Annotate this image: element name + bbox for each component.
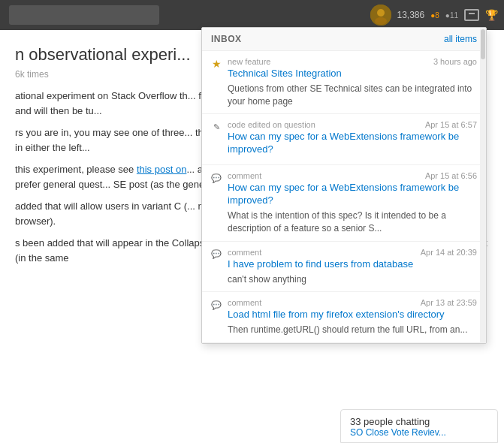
inbox-item-meta: comment Apr 13 at 23:59: [228, 298, 477, 307]
search-box[interactable]: [9, 5, 159, 25]
inbox-item-snippet: What is the intention of this spec? Is i…: [228, 209, 477, 235]
inbox-item[interactable]: ★ new feature 3 hours ago Technical Site…: [202, 51, 486, 114]
comment-icon: 💬: [211, 300, 222, 310]
inbox-icon[interactable]: [464, 9, 479, 21]
inbox-item-snippet: Then runtime.getURL() should return the …: [228, 324, 477, 336]
inbox-item-tag: new feature: [228, 57, 270, 66]
inbox-item-meta: comment Apr 15 at 6:56: [228, 171, 477, 180]
inbox-header: INBOX all items: [202, 28, 486, 51]
inbox-item-tag: comment: [228, 171, 261, 180]
inbox-item[interactable]: 💬 comment Apr 15 at 6:56 How can my spec…: [202, 165, 486, 241]
inbox-item-meta: code edited on question Apr 15 at 6:57: [228, 120, 477, 129]
inbox-item-snippet: Quetions from other SE Technical sites c…: [228, 83, 477, 108]
inbox-item-time: Apr 15 at 6:57: [425, 120, 477, 129]
chat-box[interactable]: 33 people chatting SO Close Vote Reviev.…: [340, 409, 498, 443]
inbox-item[interactable]: ✎ code edited on question Apr 15 at 6:57…: [202, 114, 486, 165]
inbox-item-content: comment Apr 15 at 6:56 How can my spec f…: [228, 171, 477, 234]
inbox-item-title[interactable]: I have problem to find users from databa…: [228, 258, 477, 271]
inbox-item-content: new feature 3 hours ago Technical Sites …: [228, 57, 477, 107]
inbox-item-meta: comment Apr 14 at 20:39: [228, 248, 477, 257]
comment-icon: 💬: [211, 249, 222, 260]
inbox-item-tag: comment: [228, 248, 261, 257]
top-bar-right: 13,386 ●8 ●11 🏆: [370, 5, 498, 26]
inbox-item[interactable]: 💬 comment Apr 13 at 23:59 Load html file…: [202, 292, 486, 343]
rep-score: 13,386: [397, 10, 425, 20]
inbox-title: INBOX: [211, 34, 242, 44]
inbox-item-content: comment Apr 14 at 20:39 I have problem t…: [228, 248, 477, 286]
inbox-item-title[interactable]: How can my spec for a WebExtensions fram…: [228, 131, 477, 156]
inbox-item-time: Apr 14 at 20:39: [421, 248, 477, 257]
svg-point-1: [377, 9, 385, 17]
inbox-item-tag: code edited on question: [228, 120, 315, 129]
inbox-item-title[interactable]: Technical Sites Integration: [228, 68, 477, 80]
inbox-dropdown: INBOX all items ★ new feature 3 hours ag…: [201, 27, 487, 344]
comment-icon: 💬: [211, 173, 222, 183]
inbox-item-tag: comment: [228, 298, 261, 307]
chat-sub: SO Close Vote Reviev...: [350, 427, 488, 438]
inbox-all-items-link[interactable]: all items: [444, 34, 477, 44]
avatar[interactable]: [370, 5, 391, 26]
pencil-icon: ✎: [211, 122, 222, 132]
dot-gray: ●11: [445, 11, 458, 20]
inbox-scrollbar-thumb[interactable]: [481, 29, 485, 59]
trophy-icon[interactable]: 🏆: [485, 9, 498, 21]
inbox-item-content: code edited on question Apr 15 at 6:57 H…: [228, 120, 477, 158]
inbox-item-time: Apr 13 at 23:59: [421, 298, 477, 307]
dot-orange: ●8: [430, 11, 439, 20]
inbox-item-meta: new feature 3 hours ago: [228, 57, 477, 66]
inbox-item-title[interactable]: Load html file from my firefox extension…: [228, 309, 477, 321]
chat-label: 33 people chatting: [350, 416, 488, 427]
inbox-item[interactable]: 💬 comment Apr 14 at 20:39 I have problem…: [202, 242, 486, 293]
inbox-item-title[interactable]: How can my spec for a WebExtensions fram…: [228, 182, 477, 207]
svg-point-2: [375, 17, 387, 25]
star-icon: ★: [211, 59, 222, 69]
inbox-item-snippet: can't show anything: [228, 273, 477, 286]
inbox-item-content: comment Apr 13 at 23:59 Load html file f…: [228, 298, 477, 336]
this-post-link[interactable]: this post on: [137, 164, 187, 175]
inbox-item-time: Apr 15 at 6:56: [425, 171, 477, 180]
inbox-item-time: 3 hours ago: [433, 57, 477, 66]
inbox-scrollbar[interactable]: [480, 28, 486, 343]
top-bar: 13,386 ●8 ●11 🏆: [0, 0, 504, 30]
